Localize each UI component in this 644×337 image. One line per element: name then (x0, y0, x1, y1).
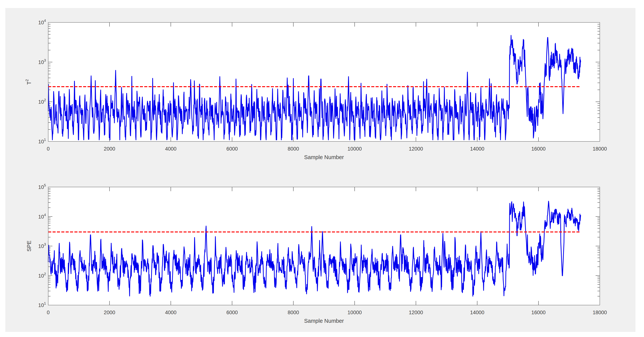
x-tick-label: 0 (47, 146, 50, 152)
x-tick-label: 8000 (288, 310, 299, 315)
x-tick-label: 10000 (348, 146, 362, 152)
x-tick-label: 16000 (532, 146, 546, 152)
y-axis-label: SPE (26, 240, 32, 252)
spe-chart: 0200040006000800010000120001400016000180… (26, 183, 607, 315)
x-tick-label: 6000 (226, 310, 238, 315)
x-tick-label: 18000 (592, 146, 607, 152)
x-tick-label: 10000 (348, 310, 362, 315)
x-tick-label: 12000 (409, 310, 423, 315)
x-tick-label: 2000 (104, 146, 115, 152)
x-tick-label: 4000 (165, 310, 176, 315)
plot-area (48, 187, 600, 305)
x-tick-label: 2000 (104, 310, 115, 315)
x-tick-label: 18000 (592, 310, 607, 315)
x-tick-label: 14000 (470, 146, 484, 152)
x-tick-label: 0 (47, 310, 50, 315)
x-tick-label: 12000 (409, 146, 423, 152)
x-tick-label: 4000 (165, 146, 176, 152)
x-tick-label: 16000 (532, 310, 546, 315)
x-axis-label-spe: Sample Number (304, 318, 344, 324)
x-tick-label: 14000 (470, 310, 484, 315)
t2-chart: 0200040006000800010000120001400016000180… (25, 18, 607, 152)
x-tick-label: 8000 (288, 146, 299, 152)
x-axis-label-t2: Sample Number (304, 154, 344, 160)
matlab-figure: 0200040006000800010000120001400016000180… (0, 0, 644, 337)
x-tick-label: 6000 (226, 146, 238, 152)
